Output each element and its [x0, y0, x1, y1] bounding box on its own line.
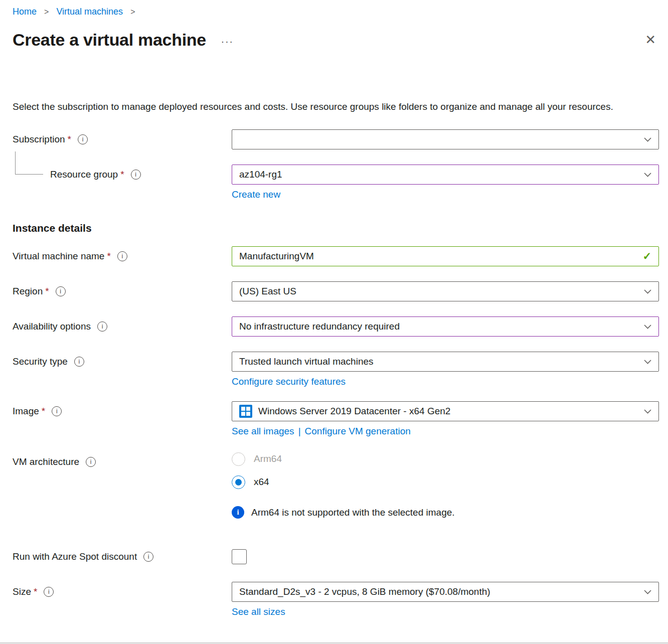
availability-options-dropdown[interactable]: No infrastructure redundancy required: [232, 316, 659, 337]
image-value: Windows Server 2019 Datacenter - x64 Gen…: [258, 406, 450, 417]
info-icon[interactable]: i: [97, 321, 107, 332]
info-icon[interactable]: i: [143, 552, 153, 562]
radio-option-x64[interactable]: x64: [232, 475, 659, 489]
resource-group-label: Resource group: [50, 169, 118, 180]
availability-options-value: No infrastructure redundancy required: [239, 321, 400, 332]
size-label: Size: [13, 586, 31, 597]
close-icon[interactable]: ✕: [645, 29, 656, 51]
region-dropdown[interactable]: (US) East US: [232, 281, 659, 301]
security-type-dropdown[interactable]: Trusted launch virtual machines: [232, 352, 659, 372]
vm-name-label: Virtual machine name: [13, 251, 104, 262]
instance-details-heading: Instance details: [13, 222, 668, 234]
chevron-down-icon: [644, 590, 651, 594]
required-asterisk: *: [45, 286, 49, 297]
page-header: Create a virtual machine ··· ✕: [0, 18, 668, 51]
windows-logo-icon: [239, 405, 252, 418]
see-all-images-link[interactable]: See all images: [232, 426, 294, 436]
subscription-label: Subscription: [13, 134, 65, 145]
arch-info-message: i Arm64 is not supported with the select…: [232, 506, 659, 519]
configure-security-features-link[interactable]: Configure security features: [232, 376, 346, 387]
region-value: (US) East US: [239, 286, 296, 297]
breadcrumb-link-home[interactable]: Home: [13, 7, 37, 17]
breadcrumb-link-virtual-machines[interactable]: Virtual machines: [56, 7, 123, 17]
radio-option-arm64: Arm64: [232, 452, 659, 466]
chevron-down-icon: [644, 173, 651, 177]
create-new-link[interactable]: Create new: [232, 189, 280, 200]
security-type-row: Security type i Trusted launch virtual m…: [0, 352, 668, 387]
configure-vm-generation-link[interactable]: Configure VM generation: [305, 426, 411, 436]
spot-discount-label: Run with Azure Spot discount: [13, 551, 137, 562]
info-icon[interactable]: i: [86, 457, 96, 467]
size-value: Standard_D2s_v3 - 2 vcpus, 8 GiB memory …: [239, 586, 490, 597]
vm-name-row: Virtual machine name * i ✓: [0, 246, 668, 266]
resource-group-value: az104-rg1: [239, 169, 282, 180]
chevron-down-icon: [644, 137, 651, 142]
info-filled-icon: i: [232, 506, 244, 519]
required-asterisk: *: [42, 406, 45, 417]
arch-info-text: Arm64 is not supported with the selected…: [251, 507, 455, 518]
link-separator: |: [298, 426, 301, 436]
breadcrumb-separator-icon: >: [130, 8, 135, 16]
image-row: Image * i Windows Server 2019 Datacenter…: [0, 401, 668, 437]
radio-arm64: [232, 452, 245, 466]
vm-architecture-row: VM architecture i Arm64 x64 i Arm64 is n…: [0, 452, 668, 519]
required-asterisk: *: [107, 251, 110, 262]
info-icon[interactable]: i: [52, 406, 62, 416]
subscription-row: Subscription * i: [0, 129, 668, 149]
spot-discount-row: Run with Azure Spot discount i: [0, 547, 668, 567]
security-type-value: Trusted launch virtual machines: [239, 356, 374, 367]
checkmark-icon: ✓: [642, 250, 651, 262]
radio-x64[interactable]: [232, 475, 245, 489]
breadcrumb-separator-icon: >: [44, 8, 49, 16]
info-icon[interactable]: i: [78, 134, 88, 144]
breadcrumb: Home > Virtual machines >: [0, 0, 668, 18]
tree-connector: [15, 151, 43, 175]
create-vm-form: Subscription * i Resource group * i az10…: [0, 129, 668, 617]
required-asterisk: *: [68, 134, 71, 145]
info-icon[interactable]: i: [117, 251, 127, 261]
radio-arm64-label: Arm64: [254, 453, 282, 464]
radio-dot: [235, 479, 242, 486]
security-type-label: Security type: [13, 356, 68, 367]
intro-text: Select the subscription to manage deploy…: [13, 99, 645, 114]
resource-group-row: Resource group * i az104-rg1 Create new: [0, 165, 668, 200]
region-label: Region: [13, 286, 43, 297]
vm-name-field: ✓: [232, 246, 659, 266]
vm-name-input[interactable]: [239, 247, 636, 266]
required-asterisk: *: [120, 169, 124, 180]
chevron-down-icon: [644, 289, 651, 294]
resource-group-dropdown[interactable]: az104-rg1: [232, 165, 659, 185]
info-icon[interactable]: i: [74, 357, 84, 367]
availability-options-label: Availability options: [13, 321, 91, 332]
radio-x64-label: x64: [254, 476, 269, 488]
bottom-divider: [0, 642, 668, 643]
chevron-down-icon: [644, 325, 651, 329]
chevron-down-icon: [644, 360, 651, 364]
more-options-button[interactable]: ···: [221, 32, 234, 47]
subscription-dropdown[interactable]: [232, 129, 659, 149]
size-dropdown[interactable]: Standard_D2s_v3 - 2 vcpus, 8 GiB memory …: [232, 582, 659, 602]
info-icon[interactable]: i: [56, 286, 66, 296]
vm-architecture-label: VM architecture: [13, 456, 79, 467]
size-row: Size * i Standard_D2s_v3 - 2 vcpus, 8 Gi…: [0, 582, 668, 617]
info-icon[interactable]: i: [44, 587, 54, 597]
page-title: Create a virtual machine: [13, 29, 206, 51]
image-dropdown[interactable]: Windows Server 2019 Datacenter - x64 Gen…: [232, 401, 659, 421]
region-row: Region * i (US) East US: [0, 281, 668, 301]
see-all-sizes-link[interactable]: See all sizes: [232, 606, 285, 617]
info-icon[interactable]: i: [131, 170, 141, 180]
image-label: Image: [13, 406, 39, 417]
required-asterisk: *: [34, 586, 37, 597]
spot-discount-checkbox[interactable]: [232, 549, 247, 564]
availability-options-row: Availability options i No infrastructure…: [0, 316, 668, 337]
chevron-down-icon: [644, 409, 651, 414]
